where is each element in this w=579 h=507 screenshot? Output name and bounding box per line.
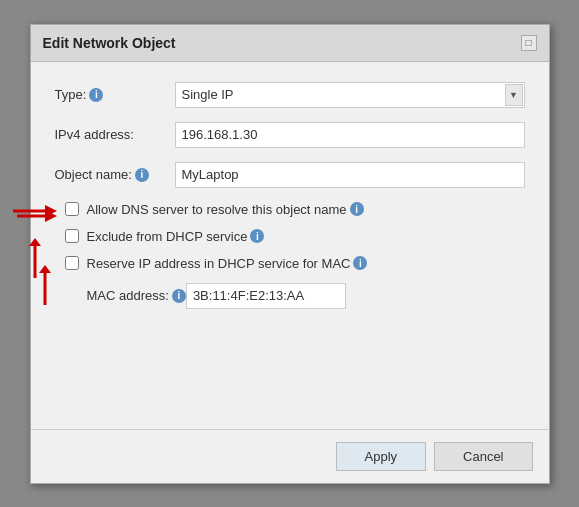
arrow-mac-up: [35, 265, 55, 305]
ipv4-row: IPv4 address: 196.168.1.30: [55, 122, 525, 148]
arrow-dns: [17, 206, 57, 226]
dialog-body: Type: i Single IP ▼ IPv4 address: 196.16…: [31, 62, 549, 429]
mac-row: MAC address: i: [87, 283, 525, 309]
type-info-icon: i: [89, 88, 103, 102]
dhcp-exclude-info-icon: i: [250, 229, 264, 243]
object-name-label: Object name: i: [55, 167, 175, 182]
close-button[interactable]: □: [521, 35, 537, 51]
reserve-ip-checkbox[interactable]: [65, 256, 79, 270]
mac-info-icon: i: [172, 289, 186, 303]
arrow-dns-indicator: [13, 202, 57, 220]
apply-button[interactable]: Apply: [336, 442, 427, 471]
ipv4-input[interactable]: 196.168.1.30: [175, 122, 525, 148]
type-select[interactable]: Single IP ▼: [175, 82, 525, 108]
svg-marker-3: [45, 205, 57, 217]
svg-marker-5: [29, 238, 41, 246]
object-name-row: Object name: i MyLaptop: [55, 162, 525, 188]
type-select-value: Single IP: [182, 87, 505, 102]
mac-input[interactable]: [186, 283, 346, 309]
dialog-titlebar: Edit Network Object □: [31, 25, 549, 62]
reserve-ip-row: Reserve IP address in DHCP service for M…: [55, 256, 525, 271]
dialog-footer: Apply Cancel: [31, 429, 549, 483]
svg-marker-7: [39, 265, 51, 273]
type-dropdown-arrow[interactable]: ▼: [505, 84, 523, 106]
dns-info-icon: i: [350, 202, 364, 216]
mac-label: MAC address: i: [87, 288, 186, 303]
object-name-info-icon: i: [135, 168, 149, 182]
arrow-reserve-up: [25, 238, 45, 278]
cancel-button[interactable]: Cancel: [434, 442, 532, 471]
dns-checkbox[interactable]: [65, 202, 79, 216]
dhcp-exclude-checkbox[interactable]: [65, 229, 79, 243]
type-label: Type: i: [55, 87, 175, 102]
edit-network-object-dialog: Edit Network Object □ Type: i Single IP …: [30, 24, 550, 484]
ipv4-label: IPv4 address:: [55, 127, 175, 142]
type-row: Type: i Single IP ▼: [55, 82, 525, 108]
reserve-ip-info-icon: i: [353, 256, 367, 270]
dhcp-exclude-row: Exclude from DHCP service i: [55, 229, 525, 244]
object-name-input[interactable]: MyLaptop: [175, 162, 525, 188]
dns-checkbox-row: Allow DNS server to resolve this object …: [55, 202, 525, 217]
dialog-title: Edit Network Object: [43, 35, 176, 51]
